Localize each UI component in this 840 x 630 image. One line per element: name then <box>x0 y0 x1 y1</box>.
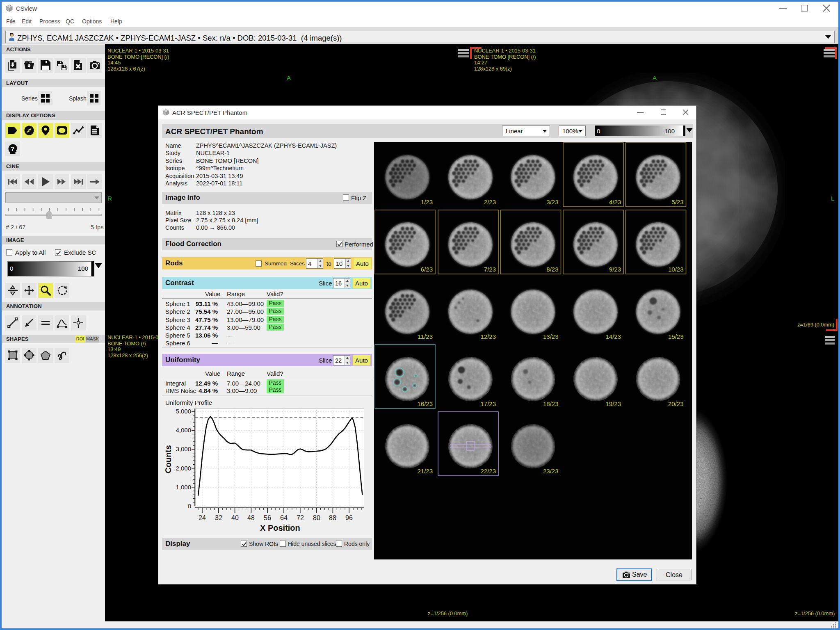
svg-text:17/23: 17/23 <box>480 400 496 407</box>
svg-text:23/23: 23/23 <box>543 468 559 475</box>
svg-text:20/23: 20/23 <box>668 400 684 407</box>
svg-text:1/23: 1/23 <box>421 199 433 205</box>
svg-text:19/23: 19/23 <box>605 400 621 407</box>
svg-text:12/23: 12/23 <box>480 333 496 340</box>
svg-text:6/23: 6/23 <box>421 266 433 273</box>
svg-text:4/23: 4/23 <box>609 199 621 205</box>
svg-text:22/23: 22/23 <box>480 468 496 475</box>
svg-text:14/23: 14/23 <box>605 333 621 340</box>
svg-text:15/23: 15/23 <box>668 333 684 340</box>
svg-text:5/23: 5/23 <box>671 199 683 205</box>
svg-text:18/23: 18/23 <box>543 400 559 407</box>
svg-text:11/23: 11/23 <box>418 333 433 340</box>
svg-text:?: ? <box>11 145 14 152</box>
svg-text:10/23: 10/23 <box>668 266 684 273</box>
svg-text:3/23: 3/23 <box>546 199 558 205</box>
svg-text:9/23: 9/23 <box>609 266 621 273</box>
svg-text:21/23: 21/23 <box>417 468 433 475</box>
svg-text:13/23: 13/23 <box>543 333 559 340</box>
svg-text:8/23: 8/23 <box>546 266 558 273</box>
svg-text:16/23: 16/23 <box>417 400 433 407</box>
svg-text:7/23: 7/23 <box>484 266 496 273</box>
svg-text:2/23: 2/23 <box>484 199 496 205</box>
